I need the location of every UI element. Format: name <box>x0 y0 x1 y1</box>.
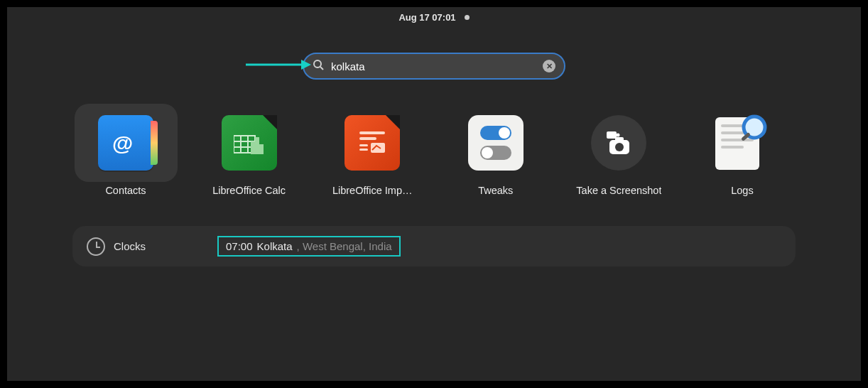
app-logs[interactable]: Logs <box>689 104 796 196</box>
top-bar: Aug 17 07:01 <box>7 7 861 27</box>
svg-rect-12 <box>259 144 264 154</box>
app-label: Contacts <box>105 185 146 196</box>
svg-rect-18 <box>607 131 617 139</box>
clock-time: 07:00 <box>226 240 253 252</box>
app-tweaks[interactable]: Tweaks <box>443 104 549 196</box>
search-input[interactable] <box>331 60 536 72</box>
svg-rect-17 <box>371 143 385 153</box>
result-provider: Clocks <box>87 237 206 256</box>
annotation-arrow-icon <box>246 58 311 74</box>
contacts-icon: @ <box>98 115 153 171</box>
svg-rect-11 <box>255 137 259 154</box>
magnifier-icon <box>737 113 772 151</box>
clock-result-item[interactable]: 07:00 Kolkata, West Bengal, India <box>217 236 401 257</box>
search-icon <box>313 59 324 73</box>
toggle-on-icon <box>480 126 511 140</box>
svg-rect-13 <box>359 131 385 134</box>
svg-rect-16 <box>359 149 368 151</box>
svg-rect-14 <box>359 137 376 140</box>
app-results-grid: @ Contacts <box>72 104 796 196</box>
search-result-clocks[interactable]: Clocks 07:00 Kolkata, West Bengal, India <box>72 226 796 266</box>
svg-point-22 <box>615 143 624 151</box>
svg-line-3 <box>320 67 323 70</box>
datetime-label[interactable]: Aug 17 07:01 <box>398 12 455 23</box>
clock-icon <box>87 237 105 256</box>
svg-rect-10 <box>251 141 255 154</box>
app-contacts[interactable]: @ Contacts <box>72 104 179 196</box>
app-screenshot[interactable]: Take a Screenshot <box>565 104 672 196</box>
notification-dot-icon <box>465 15 470 20</box>
app-libreoffice-calc[interactable]: LibreOffice Calc <box>196 104 303 196</box>
svg-marker-1 <box>301 60 311 70</box>
search-field[interactable]: ✕ <box>303 53 565 80</box>
clock-city: Kolkata <box>257 240 293 252</box>
svg-rect-15 <box>359 144 368 146</box>
clock-detail: , West Bengal, India <box>297 240 392 252</box>
svg-rect-21 <box>615 137 624 141</box>
toggle-off-icon <box>480 146 511 160</box>
app-libreoffice-impress[interactable]: LibreOffice Imp… <box>319 104 425 196</box>
svg-text:@: @ <box>112 131 133 155</box>
logs-icon <box>714 114 771 171</box>
calc-icon <box>222 115 277 171</box>
screenshot-icon <box>591 115 646 171</box>
impress-icon <box>345 115 400 171</box>
app-label: Tweaks <box>478 185 513 196</box>
svg-point-2 <box>314 60 321 68</box>
clear-search-icon[interactable]: ✕ <box>543 60 555 72</box>
app-label: LibreOffice Imp… <box>332 185 413 196</box>
app-label: Logs <box>731 185 753 196</box>
svg-point-19 <box>617 134 620 137</box>
provider-label: Clocks <box>114 240 146 252</box>
app-label: LibreOffice Calc <box>212 185 286 196</box>
tweaks-icon <box>468 115 523 171</box>
app-label: Take a Screenshot <box>576 185 661 196</box>
